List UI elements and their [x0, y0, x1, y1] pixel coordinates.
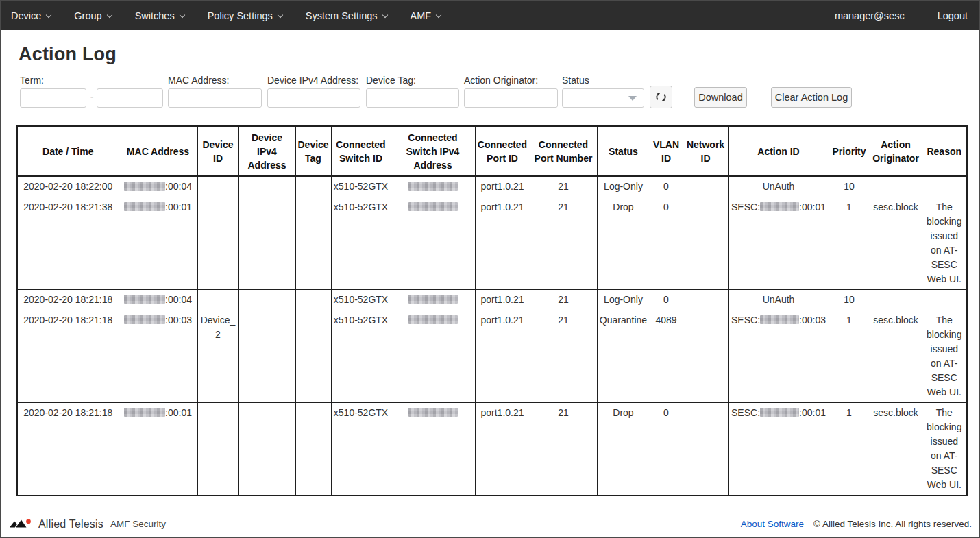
- masked-value: [124, 202, 165, 211]
- table-cell: 1: [829, 197, 870, 290]
- chevron-down-icon: [436, 12, 441, 17]
- table-cell: [295, 290, 331, 310]
- table-cell: 4089: [650, 310, 683, 403]
- table-cell: 1: [829, 403, 870, 496]
- column-header: Connected Switch IPv4 Address: [391, 126, 475, 176]
- masked-value: [124, 295, 165, 304]
- masked-value: [124, 182, 165, 191]
- table-cell: 21: [530, 290, 597, 310]
- top-navbar: Device Group Switches Policy Settings Sy…: [1, 1, 979, 30]
- nav-menu-group[interactable]: Group: [74, 10, 111, 21]
- table-cell: [391, 310, 475, 403]
- column-header: Status: [597, 126, 650, 176]
- nav-menu-policy-settings-label: Policy Settings: [208, 10, 273, 21]
- chevron-down-icon: [179, 12, 184, 17]
- chevron-down-icon: [46, 12, 51, 17]
- table-cell: 21: [530, 197, 597, 290]
- table-cell: [238, 176, 295, 197]
- table-cell: Device_2: [197, 310, 238, 403]
- nav-menu-amf-label: AMF: [411, 10, 432, 21]
- table-cell: The blocking issued on AT-SESC Web UI.: [922, 403, 967, 496]
- download-button[interactable]: Download: [694, 87, 747, 108]
- page-footer: Allied Telesis AMF Security About Softwa…: [1, 511, 979, 537]
- column-header: VLAN ID: [650, 126, 683, 176]
- table-cell: 10: [829, 176, 870, 197]
- table-cell: [238, 310, 295, 403]
- nav-menu-policy-settings[interactable]: Policy Settings: [208, 10, 282, 21]
- status-select[interactable]: [562, 88, 644, 108]
- chevron-down-icon: [106, 12, 112, 17]
- table-cell: [922, 176, 967, 197]
- device-tag-input[interactable]: [366, 88, 459, 108]
- column-header: Device Tag: [295, 126, 331, 176]
- refresh-icon: [654, 90, 667, 103]
- refresh-button[interactable]: [650, 86, 672, 108]
- table-cell: 2020-02-20 18:21:18: [17, 310, 119, 403]
- table-cell: x510-52GTX: [331, 310, 391, 403]
- term-from-input[interactable]: [20, 88, 86, 108]
- mac-address-input[interactable]: [168, 88, 262, 108]
- nav-menu-system-settings[interactable]: System Settings: [306, 10, 387, 21]
- table-cell: :00:01: [119, 197, 197, 290]
- device-tag-label: Device Tag:: [366, 75, 416, 86]
- table-cell: :00:01: [119, 403, 197, 496]
- table-cell: [295, 310, 331, 403]
- logout-button[interactable]: Logout: [938, 10, 968, 21]
- mac-address-label: MAC Address:: [168, 75, 229, 86]
- action-log-page: { "nav": { "items": ["Device", "Group", …: [0, 0, 980, 538]
- column-header: Date / Time: [17, 126, 119, 176]
- table-cell: [295, 197, 331, 290]
- clear-action-log-button[interactable]: Clear Action Log: [771, 87, 852, 108]
- table-cell: 10: [829, 290, 870, 310]
- table-cell: 0: [650, 197, 683, 290]
- column-header: Connected Switch ID: [331, 126, 391, 176]
- about-software-link[interactable]: About Software: [741, 519, 804, 529]
- table-header-row: Date / TimeMAC AddressDevice IDDevice IP…: [17, 126, 967, 176]
- nav-menu-device[interactable]: Device: [11, 10, 51, 21]
- column-header: Priority: [829, 126, 870, 176]
- table-cell: [197, 403, 238, 496]
- product-name: AMF Security: [110, 519, 166, 529]
- table-cell: [683, 197, 728, 290]
- table-cell: 2020-02-20 18:21:18: [17, 403, 119, 496]
- column-header: Reason: [922, 126, 967, 176]
- table-cell: port1.0.21: [475, 403, 530, 496]
- table-cell: SESC::00:03: [728, 310, 829, 403]
- nav-menu-switches[interactable]: Switches: [135, 10, 184, 21]
- masked-value: [124, 315, 165, 324]
- table-cell: [197, 290, 238, 310]
- allied-telesis-logo-icon: [10, 518, 34, 530]
- table-cell: x510-52GTX: [331, 197, 391, 290]
- table-cell: [197, 176, 238, 197]
- masked-value: [124, 408, 165, 417]
- table-cell: Log-Only: [597, 290, 650, 310]
- table-cell: [683, 290, 728, 310]
- table-row: 2020-02-20 18:22:00:00:04x510-52GTXport1…: [17, 176, 967, 197]
- filter-bar: Term: - MAC Address: Device IPv4 Address…: [1, 75, 979, 114]
- table-cell: [870, 176, 922, 197]
- device-ipv4-input[interactable]: [267, 88, 360, 108]
- table-cell: [197, 197, 238, 290]
- table-cell: port1.0.21: [475, 176, 530, 197]
- table-cell: 2020-02-20 18:22:00: [17, 176, 119, 197]
- action-originator-input[interactable]: [464, 88, 558, 108]
- table-cell: 21: [530, 310, 597, 403]
- table-cell: [683, 403, 728, 496]
- table-cell: 21: [530, 176, 597, 197]
- nav-menu-device-label: Device: [11, 10, 41, 21]
- table-container: Date / TimeMAC AddressDevice IDDevice IP…: [16, 125, 979, 496]
- table-cell: x510-52GTX: [331, 403, 391, 496]
- masked-value: [408, 408, 458, 417]
- nav-menu-amf[interactable]: AMF: [411, 10, 441, 21]
- device-ipv4-label: Device IPv4 Address:: [267, 75, 358, 86]
- table-cell: Quarantine: [597, 310, 650, 403]
- masked-value: [760, 315, 799, 324]
- table-cell: :00:04: [119, 290, 197, 310]
- brand-block: Allied Telesis AMF Security: [10, 518, 166, 530]
- dropdown-caret-icon: [628, 96, 637, 101]
- table-row: 2020-02-20 18:21:18:00:01x510-52GTXport1…: [17, 403, 967, 496]
- term-to-input[interactable]: [97, 88, 163, 108]
- table-cell: sesc.block: [870, 403, 922, 496]
- column-header: Device IPv4 Address: [238, 126, 295, 176]
- table-row: 2020-02-20 18:21:38:00:01x510-52GTXport1…: [17, 197, 967, 290]
